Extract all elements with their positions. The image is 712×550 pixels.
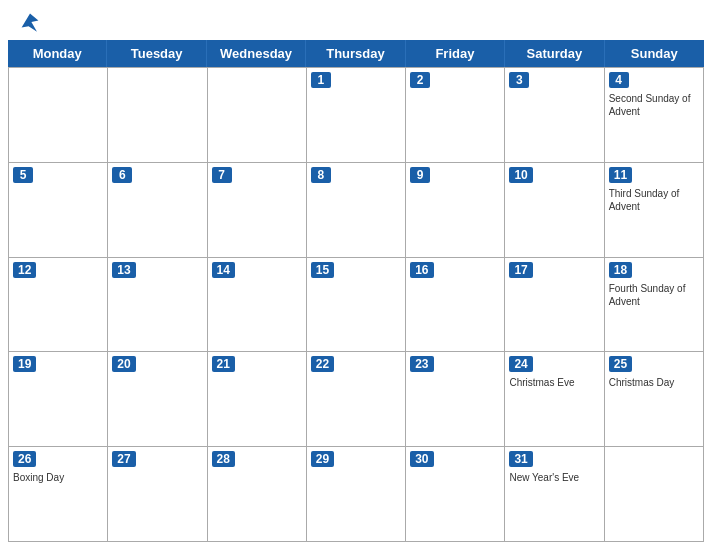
day-number: 16 (410, 262, 433, 278)
week-row-2: 567891011Third Sunday of Advent (9, 163, 704, 258)
holiday-name: Christmas Day (609, 376, 699, 389)
holiday-name: Fourth Sunday of Advent (609, 282, 699, 308)
day-header-saturday: Saturday (505, 40, 604, 67)
day-cell: 30 (406, 447, 505, 542)
day-number: 6 (112, 167, 132, 183)
day-number: 11 (609, 167, 632, 183)
day-cell: 2 (406, 68, 505, 163)
header (0, 0, 712, 40)
calendar-page: MondayTuesdayWednesdayThursdayFridaySatu… (0, 0, 712, 550)
day-cell: 3 (505, 68, 604, 163)
day-cell (108, 68, 207, 163)
day-number: 9 (410, 167, 430, 183)
day-header-friday: Friday (406, 40, 505, 67)
day-cell: 18Fourth Sunday of Advent (605, 258, 704, 353)
day-number: 18 (609, 262, 632, 278)
holiday-name: New Year's Eve (509, 471, 599, 484)
day-cell (9, 68, 108, 163)
day-cell: 15 (307, 258, 406, 353)
day-number: 2 (410, 72, 430, 88)
day-cell: 16 (406, 258, 505, 353)
day-cell: 9 (406, 163, 505, 258)
day-cell: 4Second Sunday of Advent (605, 68, 704, 163)
day-cell: 19 (9, 352, 108, 447)
day-cell: 25Christmas Day (605, 352, 704, 447)
day-number: 19 (13, 356, 36, 372)
day-number: 30 (410, 451, 433, 467)
logo (16, 8, 48, 36)
day-cell: 13 (108, 258, 207, 353)
day-number: 14 (212, 262, 235, 278)
day-headers-row: MondayTuesdayWednesdayThursdayFridaySatu… (8, 40, 704, 67)
day-number: 24 (509, 356, 532, 372)
day-header-tuesday: Tuesday (107, 40, 206, 67)
day-number: 21 (212, 356, 235, 372)
day-number: 28 (212, 451, 235, 467)
day-number: 15 (311, 262, 334, 278)
day-cell: 7 (208, 163, 307, 258)
holiday-name: Boxing Day (13, 471, 103, 484)
day-number: 23 (410, 356, 433, 372)
day-number: 12 (13, 262, 36, 278)
day-number: 27 (112, 451, 135, 467)
day-number: 3 (509, 72, 529, 88)
day-cell: 11Third Sunday of Advent (605, 163, 704, 258)
day-cell: 31New Year's Eve (505, 447, 604, 542)
day-header-thursday: Thursday (306, 40, 405, 67)
day-cell: 24Christmas Eve (505, 352, 604, 447)
day-number: 26 (13, 451, 36, 467)
day-cell: 6 (108, 163, 207, 258)
day-number: 4 (609, 72, 629, 88)
day-number: 13 (112, 262, 135, 278)
day-cell: 17 (505, 258, 604, 353)
day-number: 1 (311, 72, 331, 88)
day-cell: 27 (108, 447, 207, 542)
holiday-name: Second Sunday of Advent (609, 92, 699, 118)
holiday-name: Christmas Eve (509, 376, 599, 389)
day-cell: 1 (307, 68, 406, 163)
day-cell: 20 (108, 352, 207, 447)
day-cell: 26Boxing Day (9, 447, 108, 542)
weeks-container: 1234Second Sunday of Advent567891011Thir… (8, 67, 704, 542)
day-number: 31 (509, 451, 532, 467)
day-cell: 12 (9, 258, 108, 353)
day-number: 29 (311, 451, 334, 467)
week-row-4: 192021222324Christmas Eve25Christmas Day (9, 352, 704, 447)
day-cell: 10 (505, 163, 604, 258)
day-header-sunday: Sunday (605, 40, 704, 67)
calendar-grid: MondayTuesdayWednesdayThursdayFridaySatu… (0, 40, 712, 550)
day-cell: 21 (208, 352, 307, 447)
day-cell: 28 (208, 447, 307, 542)
week-row-5: 26Boxing Day2728293031New Year's Eve (9, 447, 704, 542)
day-cell (605, 447, 704, 542)
day-header-wednesday: Wednesday (207, 40, 306, 67)
day-cell: 23 (406, 352, 505, 447)
day-number: 7 (212, 167, 232, 183)
day-number: 22 (311, 356, 334, 372)
day-cell: 8 (307, 163, 406, 258)
day-number: 10 (509, 167, 532, 183)
day-cell: 29 (307, 447, 406, 542)
day-header-monday: Monday (8, 40, 107, 67)
holiday-name: Third Sunday of Advent (609, 187, 699, 213)
week-row-1: 1234Second Sunday of Advent (9, 68, 704, 163)
svg-marker-0 (22, 14, 39, 32)
day-number: 25 (609, 356, 632, 372)
day-number: 17 (509, 262, 532, 278)
logo-icon (16, 8, 44, 36)
day-number: 8 (311, 167, 331, 183)
day-number: 5 (13, 167, 33, 183)
day-cell: 22 (307, 352, 406, 447)
day-cell: 5 (9, 163, 108, 258)
day-number: 20 (112, 356, 135, 372)
day-cell (208, 68, 307, 163)
week-row-3: 12131415161718Fourth Sunday of Advent (9, 258, 704, 353)
day-cell: 14 (208, 258, 307, 353)
